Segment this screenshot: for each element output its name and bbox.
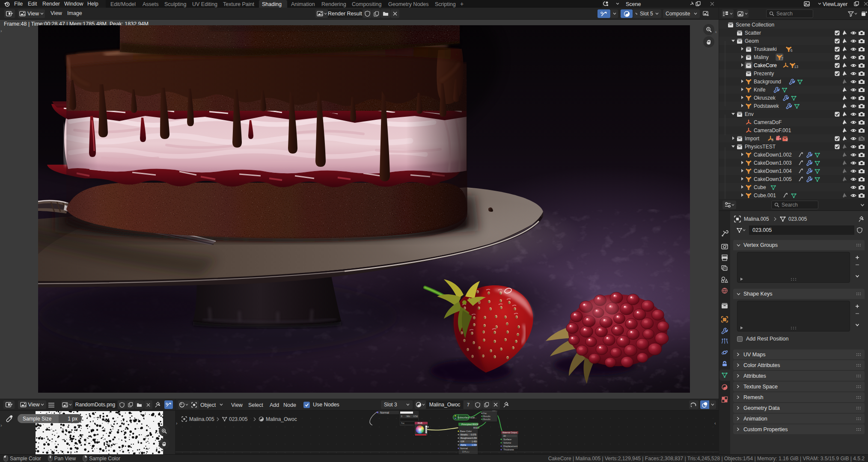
- svg-text:Prezenty: Prezenty: [754, 71, 774, 77]
- svg-text:Volume: Volume: [503, 441, 511, 444]
- svg-text:0: 0: [401, 415, 402, 418]
- svg-text:IOR: IOR: [461, 440, 464, 443]
- svg-text:CakeDown1.005: CakeDown1.005: [754, 176, 792, 182]
- svg-text:Maliny: Maliny: [754, 54, 769, 60]
- svg-text:Surface: Surface: [503, 438, 511, 441]
- svg-text:1.000: 1.000: [472, 444, 477, 446]
- svg-text:Subsurface Scal...: Subsurface Scal...: [458, 416, 477, 419]
- svg-text:0.5d: 0.5d: [413, 415, 418, 418]
- svg-text:Malina_Owoc: Malina_Owoc: [266, 416, 297, 422]
- svg-text:Malina.005: Malina.005: [744, 216, 769, 222]
- svg-text:023.005: 023.005: [229, 416, 248, 422]
- svg-text:3: 3: [771, 138, 773, 142]
- svg-text:Mix: Mix: [492, 411, 496, 412]
- svg-text:Okruszek: Okruszek: [754, 95, 776, 101]
- svg-text:7: 7: [781, 56, 783, 61]
- svg-text:Scatter: Scatter: [745, 30, 761, 36]
- svg-text:Min: Min: [407, 415, 410, 418]
- svg-text:BSDF: BSDF: [473, 426, 480, 429]
- svg-text:Roughness: Roughness: [461, 437, 472, 439]
- svg-text:13: 13: [794, 65, 799, 69]
- svg-text:6: 6: [791, 48, 793, 53]
- svg-text:1.450: 1.450: [472, 440, 477, 443]
- svg-text:CakeCore: CakeCore: [754, 62, 777, 68]
- svg-text:PhysicsTEST: PhysicsTEST: [745, 144, 776, 150]
- svg-text:0.250: 0.250: [472, 437, 477, 439]
- svg-text:Cube.001: Cube.001: [754, 192, 776, 198]
- svg-text:2: 2: [786, 138, 788, 142]
- svg-text:Base Color: Base Color: [460, 430, 472, 432]
- svg-text:Normal: Normal: [380, 411, 389, 414]
- svg-text:RGB: RGB: [418, 422, 423, 424]
- svg-text:Thickness: Thickness: [503, 448, 514, 451]
- svg-text:Fac: Fac: [483, 412, 487, 415]
- svg-text:Malina.005: Malina.005: [189, 416, 214, 422]
- svg-text:Import: Import: [745, 136, 760, 142]
- svg-text:CakeDown1.004: CakeDown1.004: [754, 168, 792, 174]
- svg-text:Results: Results: [483, 418, 490, 421]
- svg-text:CakeDown1.002: CakeDown1.002: [754, 152, 792, 158]
- svg-text:Fac: Fac: [401, 422, 405, 424]
- svg-text:Podstawek: Podstawek: [754, 103, 779, 109]
- svg-text:Background: Background: [754, 79, 781, 85]
- svg-text:All: All: [503, 435, 506, 437]
- svg-text:Material Output: Material Output: [502, 431, 517, 434]
- svg-text:Scene Collection: Scene Collection: [736, 22, 774, 28]
- svg-text:Principled BSDF: Principled BSDF: [461, 423, 479, 426]
- svg-text:Alpha: Alpha: [461, 444, 466, 446]
- svg-text:Cube: Cube: [754, 184, 766, 190]
- svg-text:CameraDoF.001: CameraDoF.001: [754, 127, 791, 133]
- svg-text:0.075: 0.075: [471, 433, 476, 436]
- svg-text:Normal: Normal: [460, 447, 468, 450]
- svg-text:CameraDoF: CameraDoF: [754, 119, 782, 125]
- svg-text:Knife: Knife: [754, 87, 766, 93]
- svg-text:Geom: Geom: [745, 38, 759, 44]
- svg-text:Truskawki: Truskawki: [754, 46, 777, 52]
- svg-text:Metallic: Metallic: [461, 433, 468, 436]
- svg-text:023.005: 023.005: [788, 216, 807, 222]
- svg-text:Env: Env: [745, 111, 754, 117]
- svg-text:CakeDown1.003: CakeDown1.003: [754, 160, 792, 166]
- svg-text:Results: Results: [483, 415, 490, 418]
- svg-text:Displacement: Displacement: [503, 445, 518, 447]
